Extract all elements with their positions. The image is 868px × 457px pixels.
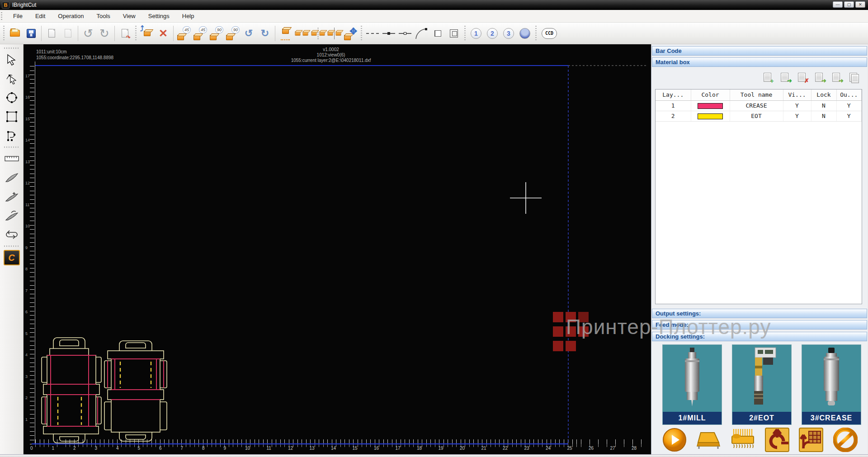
brush-button[interactable]: [730, 428, 756, 452]
paste-button[interactable]: [60, 25, 76, 42]
save-button[interactable]: [23, 25, 39, 42]
menu-help[interactable]: Help: [176, 11, 201, 21]
rotate-free-ccw-icon: ↺: [245, 30, 253, 37]
menu-settings[interactable]: Settings: [142, 11, 176, 21]
redo-button[interactable]: ↻: [96, 25, 113, 42]
open-button[interactable]: [7, 25, 23, 42]
menu-tools[interactable]: Tools: [90, 11, 116, 21]
stop-button[interactable]: [832, 428, 859, 452]
mirror-horizontal-button[interactable]: [293, 25, 310, 42]
tool-card-mill[interactable]: 1#MILL: [662, 344, 722, 425]
col-layer[interactable]: Lay...: [656, 90, 691, 100]
tool-card-eot[interactable]: 2#EOT: [732, 344, 792, 425]
mirror-vertical-solid-button[interactable]: [326, 25, 342, 42]
minimize-button[interactable]: —: [833, 1, 843, 8]
layer-2-icon: 2: [487, 28, 498, 39]
table-row[interactable]: 1 CREASE Y N Y: [656, 100, 862, 111]
rotate-route-button[interactable]: [764, 428, 790, 452]
duplicate-layer-button[interactable]: [849, 72, 859, 82]
ccd-icon: CCD: [542, 28, 557, 39]
select-tool-button[interactable]: [3, 51, 21, 69]
open-folder-icon: [10, 30, 20, 37]
dieline-box-b: [104, 341, 167, 441]
rotate-free-cw-icon: ↻: [261, 30, 269, 37]
menu-operation[interactable]: Operation: [52, 11, 90, 21]
delete-layer-x-icon: ✗: [804, 78, 809, 84]
layer-all-button[interactable]: [517, 25, 533, 42]
grid-route-button[interactable]: [798, 428, 824, 452]
dieline-box-a-perforations: [58, 397, 81, 425]
barcode-section-header[interactable]: Bar Code: [652, 46, 867, 56]
undo-button[interactable]: ↺: [80, 25, 96, 42]
export-arrow-icon: ➜: [839, 78, 844, 84]
brand-logo-button[interactable]: C: [3, 249, 21, 267]
menu-view[interactable]: View: [117, 11, 142, 21]
line-dashed-button[interactable]: [364, 25, 381, 42]
output-document-button[interactable]: ↷: [117, 25, 133, 42]
rotate-45-cw-button[interactable]: 45: [192, 25, 208, 42]
rectangle-tool-button[interactable]: [3, 108, 21, 126]
line-node-button[interactable]: [397, 25, 413, 42]
copy-button[interactable]: [43, 25, 60, 42]
knife-add-tool-button[interactable]: [3, 188, 21, 206]
dieline-box-a-creases: [45, 355, 98, 426]
rotate-45-cw-icon: 45: [199, 26, 207, 33]
knife-curve-icon: [5, 210, 19, 221]
import-layer-button[interactable]: ➜: [814, 72, 825, 82]
array-button[interactable]: [277, 25, 293, 42]
rotate-free-ccw-button[interactable]: ↺: [241, 25, 257, 42]
arc-button[interactable]: [413, 25, 429, 42]
layer-1-button[interactable]: 1: [468, 25, 484, 42]
weld-icon: [435, 30, 441, 37]
feeder-button[interactable]: [696, 428, 722, 452]
tool-card-crease[interactable]: 3#CREASE: [802, 344, 861, 425]
output-settings-header[interactable]: Output settings:: [652, 309, 867, 318]
menu-edit[interactable]: Edit: [29, 11, 52, 21]
app-logo-icon: B: [2, 2, 9, 9]
col-output[interactable]: Ou...: [836, 90, 862, 100]
line-midpoint-button[interactable]: [381, 25, 397, 42]
crease-color-swatch[interactable]: [698, 103, 723, 109]
docking-settings-header[interactable]: Docking settings:: [652, 332, 867, 341]
knife-tool-button[interactable]: [3, 169, 21, 187]
layer-2-button[interactable]: 2: [484, 25, 500, 42]
rotate-90-ccw-button[interactable]: 90: [208, 25, 224, 42]
materialbox-section-header[interactable]: Material box: [652, 57, 867, 67]
delete-layer-button[interactable]: ✗: [797, 72, 808, 82]
export-layer-button[interactable]: ➜: [831, 72, 842, 82]
ruler-tool-button[interactable]: [3, 150, 21, 168]
move-button[interactable]: ✥: [342, 25, 359, 42]
col-color[interactable]: Color: [691, 90, 730, 100]
knife-curve-tool-button[interactable]: [3, 207, 21, 225]
maximize-button[interactable]: ▢: [844, 1, 854, 8]
mirror-vertical-dashed-button[interactable]: [310, 25, 326, 42]
copy-icon: [48, 29, 55, 38]
add-layer-button[interactable]: ＋: [763, 72, 774, 82]
col-visible[interactable]: Vi...: [783, 90, 811, 100]
weld-shapes-button[interactable]: [429, 25, 446, 42]
node-edit-tool-button[interactable]: [3, 70, 21, 88]
polyline-tool-button[interactable]: [3, 127, 21, 145]
circle-tool-button[interactable]: [3, 89, 21, 107]
rotate-90-cw-button[interactable]: 90: [224, 25, 241, 42]
ccd-button[interactable]: CCD: [539, 25, 560, 42]
rotate-object-button[interactable]: ⤴: [139, 25, 155, 42]
eot-color-swatch[interactable]: [698, 113, 723, 119]
table-row[interactable]: 2 EOT Y N Y: [656, 111, 862, 121]
insert-layer-button[interactable]: ➜: [780, 72, 791, 82]
col-toolname[interactable]: Tool name: [730, 90, 783, 100]
layer-3-button[interactable]: 3: [500, 25, 517, 42]
rotate-45-ccw-button[interactable]: 45: [175, 25, 192, 42]
col-lock[interactable]: Lock: [811, 90, 836, 100]
insert-arrow-icon: ➜: [787, 78, 792, 84]
group-shapes-button[interactable]: [446, 25, 462, 42]
delete-button[interactable]: ✕: [155, 25, 171, 42]
rotate-free-cw-button[interactable]: ↻: [257, 25, 273, 42]
start-button[interactable]: [661, 428, 688, 452]
feed-mode-header[interactable]: Feed mode:: [652, 320, 867, 330]
menu-file[interactable]: File: [7, 11, 29, 21]
close-button[interactable]: ✕: [855, 1, 865, 8]
loop-tool-button[interactable]: [3, 226, 21, 244]
drawing-canvas[interactable]: 1011:unit:10cm 1055:coordinate:2295.1708…: [24, 44, 651, 454]
crease-tool-icon: [818, 347, 845, 410]
